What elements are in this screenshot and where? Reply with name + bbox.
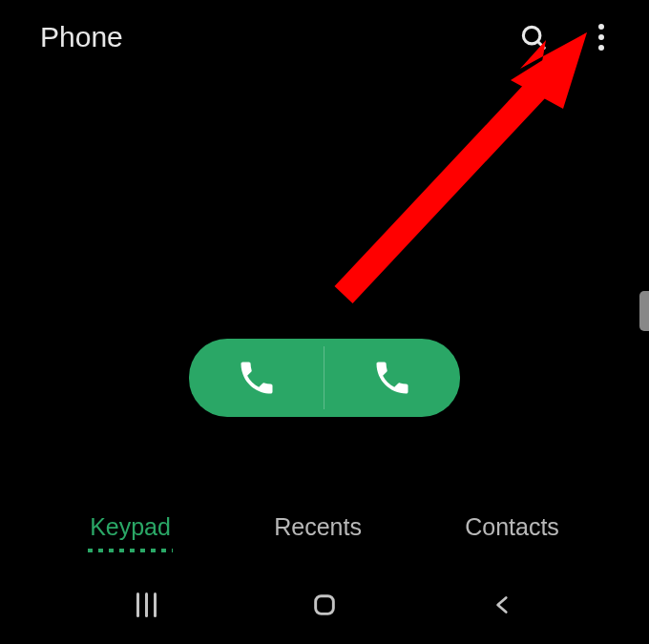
tab-keypad[interactable]: Keypad [82, 504, 178, 551]
annotation-arrow [324, 32, 611, 319]
bottom-tabs: Keypad Recents Contacts [0, 504, 649, 551]
svg-rect-2 [316, 596, 334, 614]
scroll-indicator[interactable] [639, 291, 649, 331]
more-options-button[interactable] [588, 20, 615, 54]
svg-line-4 [344, 66, 558, 295]
search-icon [519, 23, 548, 52]
call-button-pill [189, 339, 460, 417]
app-title: Phone [40, 21, 123, 53]
home-nav-button[interactable] [301, 581, 348, 629]
more-vertical-icon [592, 24, 611, 51]
app-header: Phone [0, 0, 649, 74]
recents-nav-button[interactable] [122, 581, 170, 629]
back-icon [491, 592, 515, 617]
home-icon [311, 592, 338, 618]
system-nav-bar [0, 566, 649, 644]
svg-line-1 [538, 42, 545, 49]
header-actions [515, 19, 615, 55]
recents-icon [136, 592, 157, 617]
back-nav-button[interactable] [479, 581, 527, 629]
voice-call-button[interactable] [189, 339, 324, 417]
tab-contacts[interactable]: Contacts [457, 504, 567, 551]
search-button[interactable] [515, 19, 552, 55]
tab-recents[interactable]: Recents [266, 504, 369, 551]
phone-icon [371, 357, 413, 399]
phone-icon [236, 357, 278, 399]
video-call-button[interactable] [324, 339, 460, 417]
